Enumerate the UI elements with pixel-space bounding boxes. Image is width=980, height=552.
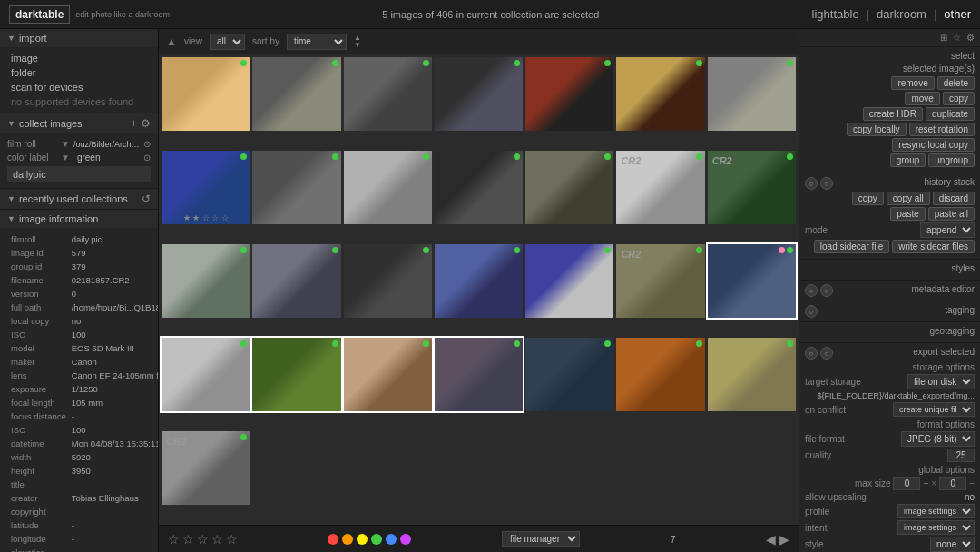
right-star-icon[interactable]: ☆ (953, 33, 961, 43)
right-grid-icon[interactable]: ⊞ (940, 33, 947, 43)
profile-select[interactable]: image settings (897, 504, 975, 518)
tagging-toggle[interactable]: ○ (805, 305, 818, 318)
delete-button[interactable]: delete (937, 76, 975, 90)
photo-cell[interactable] (344, 151, 432, 224)
scroll-arrows[interactable]: ◀ ▶ (766, 532, 789, 547)
photo-cell[interactable] (525, 338, 613, 411)
meta-toggle-1[interactable]: ○ (805, 284, 818, 297)
photo-cell[interactable] (344, 244, 432, 318)
move-button[interactable]: move (905, 92, 939, 105)
bottom-stars[interactable]: ☆ ☆ ☆ ☆ ☆ (168, 532, 238, 547)
photo-cell[interactable] (525, 57, 613, 131)
discard-button[interactable]: discard (933, 192, 975, 205)
photo-cell[interactable] (162, 57, 250, 131)
group-button[interactable]: group (890, 153, 926, 167)
photo-cell[interactable] (344, 338, 432, 411)
copy-all-button[interactable]: copy all (887, 192, 930, 205)
photo-cell[interactable] (162, 338, 250, 411)
collect-header[interactable]: ▼ collect images + ⚙ (0, 113, 158, 133)
duplicate-button[interactable]: duplicate (926, 107, 975, 121)
max-h-input[interactable] (939, 477, 966, 490)
export-toggle-2[interactable]: ○ (820, 347, 833, 360)
image-info-header[interactable]: ▼ image information (0, 210, 158, 228)
copy-locally-button[interactable]: copy locally (847, 123, 906, 136)
import-image[interactable]: image (7, 51, 151, 65)
recently-header[interactable]: ▼ recently used collections ↺ (0, 189, 158, 209)
paste-button[interactable]: paste (890, 207, 925, 221)
scroll-up-icon[interactable]: ▲ (166, 35, 177, 48)
resync-button[interactable]: resync local copy (892, 138, 975, 152)
right-gear-icon[interactable]: ⚙ (966, 33, 975, 43)
nav-darkroom[interactable]: darkroom (877, 7, 926, 21)
color-blue[interactable] (386, 534, 397, 545)
star-1[interactable]: ☆ (168, 532, 180, 547)
photo-cell[interactable] (708, 57, 796, 131)
photo-cell[interactable] (616, 57, 704, 131)
load-sidecar-button[interactable]: load sidecar file (814, 240, 889, 253)
create-hdr-button[interactable]: create HDR (863, 107, 923, 121)
copy-button[interactable]: copy (943, 92, 975, 105)
file-manager-select[interactable]: file manager (502, 531, 580, 547)
photo-cell[interactable] (344, 57, 432, 131)
star-2[interactable]: ☆ (182, 532, 194, 547)
star-4[interactable]: ☆ (211, 532, 223, 547)
color-orange[interactable] (342, 534, 353, 545)
photo-cell[interactable] (252, 244, 340, 318)
recently-refresh-icon[interactable]: ↺ (142, 192, 151, 205)
photo-cell[interactable]: ★ ★ ☆ ☆ ☆ (162, 151, 250, 224)
nav-other[interactable]: other (944, 7, 971, 21)
photo-cell[interactable] (252, 57, 340, 131)
color-green[interactable] (371, 534, 382, 545)
sort-direction[interactable]: ▲ ▼ (354, 34, 361, 49)
sort-select[interactable]: time filename rating (287, 34, 347, 50)
photo-cell[interactable]: CR2 (708, 151, 796, 224)
quality-input[interactable] (947, 448, 975, 462)
photo-cell[interactable] (252, 338, 340, 411)
photo-cell[interactable] (435, 57, 523, 131)
collect-settings-icon[interactable]: ⚙ (141, 117, 151, 130)
ungroup-button[interactable]: ungroup (928, 153, 975, 167)
intent-select[interactable]: image settings (897, 520, 975, 535)
max-w-input[interactable] (893, 477, 920, 490)
photo-cell[interactable] (435, 244, 523, 318)
color-red[interactable] (328, 534, 338, 545)
mode-select[interactable]: append replace (920, 222, 975, 238)
star-3[interactable]: ☆ (197, 532, 209, 547)
format-select[interactable]: JPEG (8 bit) (901, 431, 975, 447)
photo-cell[interactable] (708, 338, 796, 411)
color-yellow[interactable] (357, 534, 368, 545)
target-select[interactable]: file on disk (907, 374, 975, 389)
meta-toggle-2[interactable]: ○ (820, 284, 833, 297)
collect-add-icon[interactable]: + (131, 117, 137, 130)
nav-lighttable[interactable]: lighttable (812, 7, 859, 21)
reset-rotation-button[interactable]: reset rotation (909, 123, 975, 136)
export-toggle-1[interactable]: ○ (805, 347, 818, 360)
import-header[interactable]: ▼ import (0, 29, 158, 47)
import-scan[interactable]: scan for devices (7, 80, 151, 94)
photo-cell[interactable] (435, 151, 523, 224)
color-purple[interactable] (400, 534, 411, 545)
photo-cell[interactable] (435, 338, 523, 411)
copy-hist-button[interactable]: copy (852, 192, 884, 205)
history-toggle-2[interactable]: ○ (820, 177, 833, 190)
photo-cell[interactable] (616, 338, 704, 411)
paste-all-button[interactable]: paste all (928, 207, 975, 221)
remove-button[interactable]: remove (891, 76, 934, 90)
photo-cell[interactable] (162, 244, 250, 318)
star-5[interactable]: ☆ (226, 532, 238, 547)
photo-cell[interactable]: CR2 (616, 151, 704, 224)
photo-cell[interactable] (708, 244, 796, 318)
view-select[interactable]: all (210, 34, 245, 50)
history-toggle-1[interactable]: ○ (805, 177, 818, 190)
photo-cell[interactable]: CR2 (616, 244, 704, 318)
write-sidecar-button[interactable]: write sidecar files (892, 240, 975, 253)
import-folder[interactable]: folder (7, 65, 151, 80)
photo-cell[interactable] (525, 244, 613, 318)
scroll-left-icon[interactable]: ◀ (766, 532, 776, 547)
minus-icon[interactable]: − (969, 478, 975, 488)
scroll-right-icon[interactable]: ▶ (779, 532, 789, 547)
conflict-select[interactable]: create unique filename (893, 402, 975, 417)
photo-cell[interactable]: CR2 (162, 431, 250, 505)
style-select[interactable]: none (930, 537, 975, 552)
plus-icon[interactable]: + (923, 478, 928, 488)
